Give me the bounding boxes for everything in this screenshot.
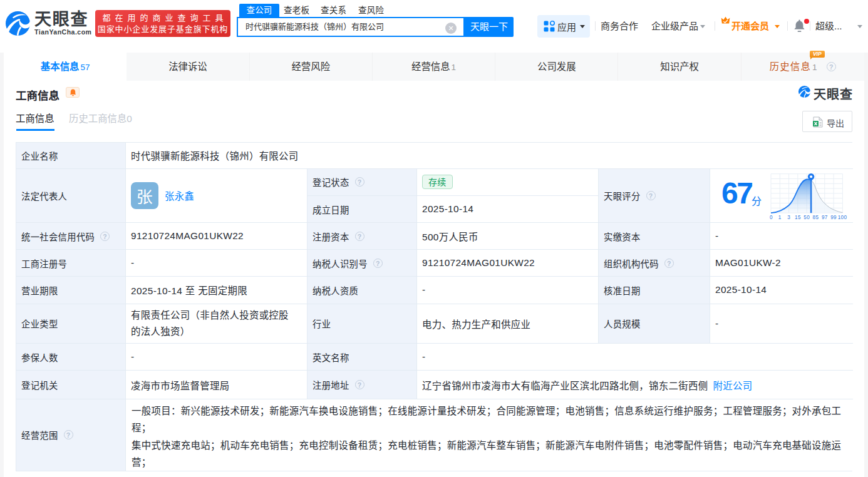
svg-text:50: 50 xyxy=(803,215,810,220)
svg-text:3: 3 xyxy=(787,215,790,220)
svg-text:85: 85 xyxy=(813,215,819,220)
svg-text:0: 0 xyxy=(770,215,773,220)
svg-text:99: 99 xyxy=(830,215,837,220)
svg-text:15: 15 xyxy=(795,215,801,220)
svg-text:100: 100 xyxy=(838,215,847,220)
svg-text:1: 1 xyxy=(778,215,782,220)
svg-text:97: 97 xyxy=(822,215,828,220)
